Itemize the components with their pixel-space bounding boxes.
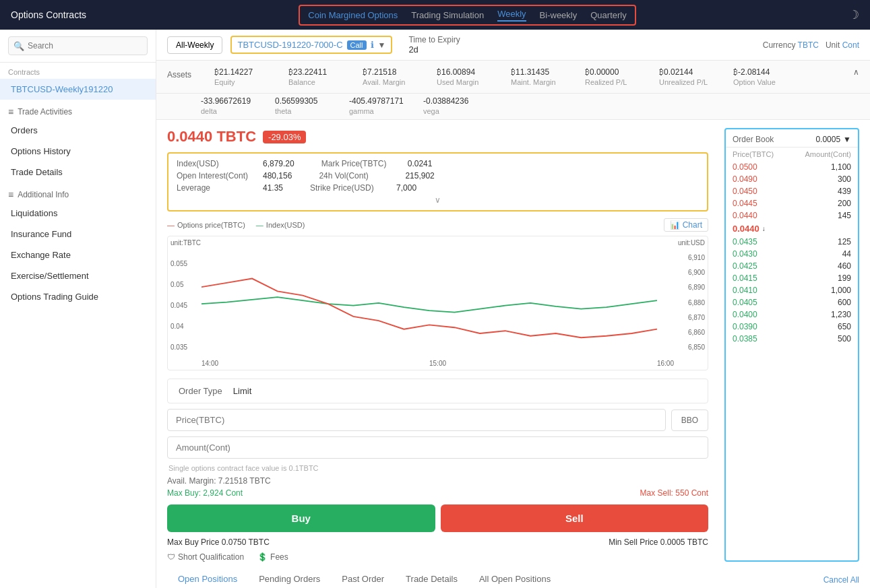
cancel-all-button[interactable]: Cancel All: [824, 575, 859, 585]
nav-biweekly[interactable]: Bi-weekly: [540, 10, 578, 20]
min-sell-price-value: 0.0005 TBTC: [660, 537, 708, 547]
all-weekly-button[interactable]: All-Weekly: [167, 36, 222, 54]
sidebar-item-options-history[interactable]: Options History: [0, 141, 156, 162]
tab-all-open-positions[interactable]: All Open Positions: [468, 567, 561, 588]
asset-equity: ₿21.14227 Equity: [214, 67, 275, 86]
y-left-1: 0.055: [170, 260, 199, 267]
price-input[interactable]: [167, 409, 666, 431]
tab-past-order[interactable]: Past Order: [331, 567, 395, 588]
legend-index-label: Index(USD): [266, 221, 305, 229]
sidebar-item-exchange-rate[interactable]: Exchange Rate: [0, 244, 156, 265]
sidebar-item-liquidations[interactable]: Liquidations: [0, 203, 156, 224]
ob-ask-row-1[interactable]: 0.0500 1,100: [726, 161, 858, 173]
main-content: All-Weekly TBTCUSD-191220-7000-C Call ℹ …: [156, 30, 870, 588]
price-limits: Max Buy Price 0.0750 TBTC Min Sell Price…: [167, 537, 708, 547]
contracts-label: Contracts: [0, 63, 156, 79]
stats-toggle[interactable]: ∨: [177, 195, 699, 205]
x-label-3: 16:00: [657, 360, 674, 367]
avail-margin-value: ₿7.21518: [363, 67, 423, 77]
unrealized-pl-label: Unrealized P/L: [659, 78, 720, 86]
assets-toggle-icon[interactable]: ∧: [853, 67, 859, 77]
stat-strike: Strike Price(USD) 7,000: [310, 183, 416, 193]
stat-24h-vol: 24h Vol(Cont) 215,902: [319, 171, 434, 181]
ask-price-2: 0.0490: [733, 174, 757, 184]
short-qual-label: Short Qualification: [178, 552, 244, 562]
sidebar-item-orders[interactable]: Orders: [0, 120, 156, 141]
additional-info-label: Additional Info: [18, 190, 69, 199]
ob-bid-row-5[interactable]: 0.0410 1,000: [726, 284, 858, 296]
chart-icon: 📊: [670, 220, 680, 230]
chart-y-axis-left: unit:TBTC 0.055 0.05 0.045 0.04 0.035: [168, 236, 201, 354]
sidebar-item-trade-details[interactable]: Trade Details: [0, 162, 156, 183]
realized-pl-value: ₿0.00000: [585, 67, 646, 77]
ob-bid-row-1[interactable]: 0.0435 125: [726, 236, 858, 248]
ob-current-price-value: 0.0440: [733, 224, 759, 234]
sidebar-item-options-trading-guide[interactable]: Options Trading Guide: [0, 286, 156, 307]
expiry-value: 2d: [408, 44, 460, 55]
hint-text: Single options contract face value is 0.…: [167, 464, 708, 472]
moon-icon[interactable]: ☽: [848, 7, 859, 22]
tab-trade-details[interactable]: Trade Details: [395, 567, 468, 588]
nav-trading-sim[interactable]: Trading Simulation: [411, 10, 484, 20]
ob-bid-row-7[interactable]: 0.0400 1,230: [726, 308, 858, 321]
stat-oi-value: 480,156: [263, 171, 292, 181]
ob-bid-row-2[interactable]: 0.0430 44: [726, 248, 858, 260]
nav-coin-margined[interactable]: Coin Margined Options: [308, 10, 398, 20]
order-type-value: Limit: [233, 386, 251, 396]
asset-unrealized-pl: ₿0.02144 Unrealized P/L: [659, 67, 720, 86]
ob-dropdown[interactable]: 0.0005 ▼: [815, 135, 851, 144]
tab-open-positions[interactable]: Open Positions: [167, 567, 248, 588]
shield-icon: 🛡: [167, 552, 175, 562]
ob-current-price: 0.0440 ↓: [726, 222, 858, 236]
stat-vol-value: 215,902: [405, 171, 434, 181]
ob-bid-row-4[interactable]: 0.0415 199: [726, 272, 858, 284]
bid-amount-5: 1,000: [831, 286, 851, 295]
gamma-label: gamma: [349, 107, 410, 115]
nav-quarterly[interactable]: Quarterly: [590, 10, 626, 20]
ob-bid-row-6[interactable]: 0.0405 600: [726, 296, 858, 308]
contract-selector[interactable]: TBTCUSD-191220-7000-C Call ℹ ▼: [230, 36, 392, 54]
asset-balance: ₿23.22411 Balance: [288, 67, 349, 86]
ob-ask-row-4[interactable]: 0.0445 200: [726, 197, 858, 209]
ob-bid-row-8[interactable]: 0.0390 650: [726, 321, 858, 333]
nav-weekly[interactable]: Weekly: [497, 9, 526, 22]
search-input[interactable]: [8, 36, 148, 55]
ob-bid-row-3[interactable]: 0.0425 460: [726, 260, 858, 272]
ob-ask-row-3[interactable]: 0.0450 439: [726, 185, 858, 197]
order-book: Order Book 0.0005 ▼ Price(TBTC) Amount(C…: [724, 128, 859, 562]
min-sell-price-label: Min Sell Price 0.0005 TBTC: [609, 537, 708, 547]
trade-activities-group: ≡ Trade Activities: [0, 100, 156, 120]
bid-amount-8: 650: [838, 322, 851, 331]
fees-link[interactable]: 💲 Fees: [257, 552, 288, 562]
stat-vol-label: 24h Vol(Cont): [319, 171, 400, 181]
sell-button[interactable]: Sell: [441, 504, 709, 532]
bid-amount-1: 125: [838, 237, 851, 247]
chart-legend: — Options price(TBTC) — Index(USD) 📊 Cha…: [167, 218, 708, 232]
ob-ask-row-2[interactable]: 0.0490 300: [726, 173, 858, 185]
bid-amount-4: 199: [838, 273, 851, 283]
amount-input[interactable]: [167, 436, 708, 459]
stat-index: Index(USD) 6,879.20: [177, 159, 294, 168]
sidebar-item-tbtcusd[interactable]: TBTCUSD-Weekly191220: [0, 79, 156, 100]
sub-header: All-Weekly TBTCUSD-191220-7000-C Call ℹ …: [156, 30, 870, 61]
expiry-section: Time to Expiry 2d: [408, 35, 460, 55]
asset-realized-pl: ₿0.00000 Realized P/L: [585, 67, 646, 86]
tabs-bar: Open Positions Pending Orders Past Order…: [156, 567, 870, 588]
sidebar-item-exercise-settlement[interactable]: Exercise/Settlement: [0, 265, 156, 286]
short-qualification-link[interactable]: 🛡 Short Qualification: [167, 552, 244, 562]
asset-theta: 0.56599305 theta: [275, 96, 336, 115]
tab-pending-orders[interactable]: Pending Orders: [248, 567, 331, 588]
ob-label: Order Book: [733, 135, 774, 144]
ob-bid-row-9[interactable]: 0.0385 500: [726, 333, 858, 345]
chart-button[interactable]: 📊 Chart: [664, 218, 708, 232]
ob-ask-row-5[interactable]: 0.0440 145: [726, 209, 858, 222]
top-bar: Options Contracts Coin Margined Options …: [0, 0, 870, 30]
ask-price-1: 0.0500: [733, 162, 757, 172]
equity-label: Equity: [214, 78, 275, 86]
dropdown-arrow-icon: ▼: [378, 40, 386, 50]
sidebar-item-insurance-fund[interactable]: Insurance Fund: [0, 224, 156, 244]
gamma-value: -405.49787171: [349, 96, 410, 106]
bbo-button[interactable]: BBO: [671, 410, 708, 431]
chart-x-axis: 14:00 15:00 16:00: [201, 360, 674, 367]
buy-button[interactable]: Buy: [167, 504, 435, 532]
